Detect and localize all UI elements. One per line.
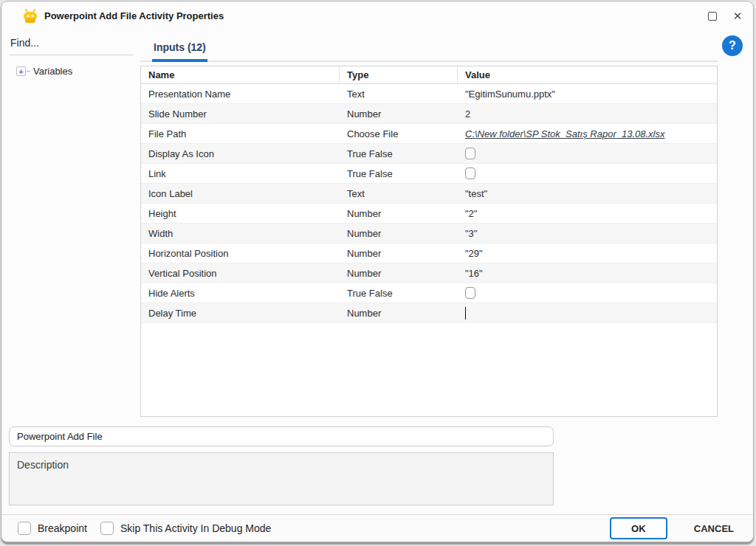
activity-name-input[interactable] bbox=[9, 426, 554, 446]
row-value-cell[interactable]: 2 bbox=[458, 104, 717, 123]
row-type: Number bbox=[340, 263, 458, 283]
row-name: Delay Time bbox=[141, 303, 340, 322]
row-name: Presentation Name bbox=[141, 84, 340, 103]
table-row: Presentation Name Text "EgitimSunumu.ppt… bbox=[141, 84, 717, 104]
table-row: Link True False bbox=[141, 164, 717, 184]
row-type: Choose File bbox=[340, 124, 458, 143]
row-value: "3" bbox=[465, 228, 477, 239]
tab-inputs[interactable]: Inputs (12) bbox=[152, 37, 207, 62]
row-value-cell[interactable] bbox=[458, 303, 717, 322]
row-type: True False bbox=[340, 164, 458, 183]
row-value: "EgitimSunumu.pptx" bbox=[465, 89, 555, 100]
activity-properties-dialog: Powerpoint Add File Activity Properties … bbox=[1, 1, 754, 542]
question-icon: ? bbox=[729, 39, 736, 52]
row-name: Display As Icon bbox=[141, 144, 340, 163]
row-value: 2 bbox=[465, 108, 470, 120]
row-type: Text bbox=[340, 84, 458, 103]
row-value: "29" bbox=[465, 248, 483, 259]
row-type: Text bbox=[340, 184, 458, 203]
properties-table: Name Type Value Presentation Name Text "… bbox=[140, 66, 718, 417]
maximize-icon bbox=[708, 12, 717, 21]
skip-debug-label: Skip This Activity In Debug Mode bbox=[120, 522, 271, 534]
table-row: Delay Time Number bbox=[141, 303, 717, 323]
row-type: Number bbox=[340, 104, 458, 123]
sidebar: + Variables bbox=[9, 34, 134, 77]
window-title: Powerpoint Add File Activity Properties bbox=[44, 10, 224, 21]
robot-app-icon bbox=[22, 9, 38, 24]
table-row: File Path Choose File C:\New folder\SP S… bbox=[141, 124, 717, 144]
row-name: Width bbox=[141, 224, 340, 243]
footer-bar: Breakpoint Skip This Activity In Debug M… bbox=[1, 514, 753, 542]
column-header-type: Type bbox=[340, 66, 458, 83]
table-row: Hide Alerts True False bbox=[141, 283, 717, 303]
row-value-cell bbox=[458, 164, 717, 183]
row-name: Icon Label bbox=[141, 184, 340, 203]
column-header-name: Name bbox=[141, 66, 340, 83]
row-value-cell: C:\New folder\SP Stok_Satış Rapor_13.08.… bbox=[458, 124, 717, 143]
table-row: Width Number "3" bbox=[141, 224, 717, 243]
row-value-cell[interactable]: "test" bbox=[458, 184, 717, 203]
close-icon: ✕ bbox=[733, 10, 743, 23]
maximize-button[interactable] bbox=[701, 6, 724, 27]
table-row: Icon Label Text "test" bbox=[141, 184, 717, 204]
row-name: Horizontal Position bbox=[141, 243, 340, 263]
description-textarea[interactable] bbox=[9, 452, 554, 505]
file-path-link[interactable]: C:\New folder\SP Stok_Satış Rapor_13.08.… bbox=[465, 128, 664, 139]
row-name: Hide Alerts bbox=[141, 283, 340, 303]
title-bar[interactable]: Powerpoint Add File Activity Properties … bbox=[1, 1, 753, 31]
table-row: Horizontal Position Number "29" bbox=[141, 243, 717, 263]
close-button[interactable]: ✕ bbox=[726, 6, 749, 27]
row-value-cell[interactable]: "29" bbox=[458, 243, 717, 263]
row-type: Number bbox=[340, 224, 458, 243]
row-value-cell[interactable]: "3" bbox=[458, 224, 717, 243]
value-checkbox[interactable] bbox=[465, 287, 475, 299]
row-name: Link bbox=[141, 164, 340, 183]
row-value-cell bbox=[458, 283, 717, 303]
row-value: "test" bbox=[465, 188, 487, 199]
row-type: Number bbox=[340, 204, 458, 223]
cancel-button[interactable]: CANCEL bbox=[694, 523, 734, 534]
table-header: Name Type Value bbox=[141, 66, 717, 84]
text-cursor bbox=[465, 307, 466, 319]
row-value-cell[interactable]: "16" bbox=[458, 263, 717, 283]
row-value-cell[interactable]: "2" bbox=[458, 204, 717, 223]
variables-label: Variables bbox=[33, 66, 72, 77]
breakpoint-checkbox[interactable] bbox=[18, 522, 31, 535]
skip-debug-checkbox[interactable] bbox=[100, 522, 114, 535]
table-row: Height Number "2" bbox=[141, 204, 717, 224]
value-checkbox[interactable] bbox=[465, 148, 475, 159]
breakpoint-label: Breakpoint bbox=[38, 522, 87, 534]
row-type: Number bbox=[340, 303, 458, 322]
table-row: Display As Icon True False bbox=[141, 144, 717, 164]
find-input[interactable] bbox=[9, 34, 133, 55]
sidebar-item-variables[interactable]: + Variables bbox=[16, 66, 134, 77]
row-value-cell[interactable]: "EgitimSunumu.pptx" bbox=[458, 84, 717, 103]
row-name: Slide Number bbox=[141, 104, 340, 123]
tree-connector bbox=[26, 71, 30, 72]
row-name: Height bbox=[141, 204, 340, 223]
row-value: "16" bbox=[465, 268, 483, 279]
row-type: True False bbox=[340, 144, 458, 163]
row-name: File Path bbox=[141, 124, 340, 143]
value-checkbox[interactable] bbox=[465, 167, 475, 179]
row-value-cell bbox=[458, 144, 717, 163]
tab-strip: Inputs (12) bbox=[140, 35, 718, 62]
row-name: Vertical Position bbox=[141, 263, 340, 283]
table-row: Slide Number Number 2 bbox=[141, 104, 717, 124]
expand-plus-icon[interactable]: + bbox=[16, 66, 26, 76]
table-row: Vertical Position Number "16" bbox=[141, 263, 717, 283]
help-button[interactable]: ? bbox=[722, 35, 743, 56]
row-type: Number bbox=[340, 243, 458, 263]
row-value: "2" bbox=[465, 208, 477, 219]
row-type: True False bbox=[340, 283, 458, 303]
column-header-value: Value bbox=[458, 66, 717, 83]
ok-button[interactable]: OK bbox=[610, 517, 667, 539]
